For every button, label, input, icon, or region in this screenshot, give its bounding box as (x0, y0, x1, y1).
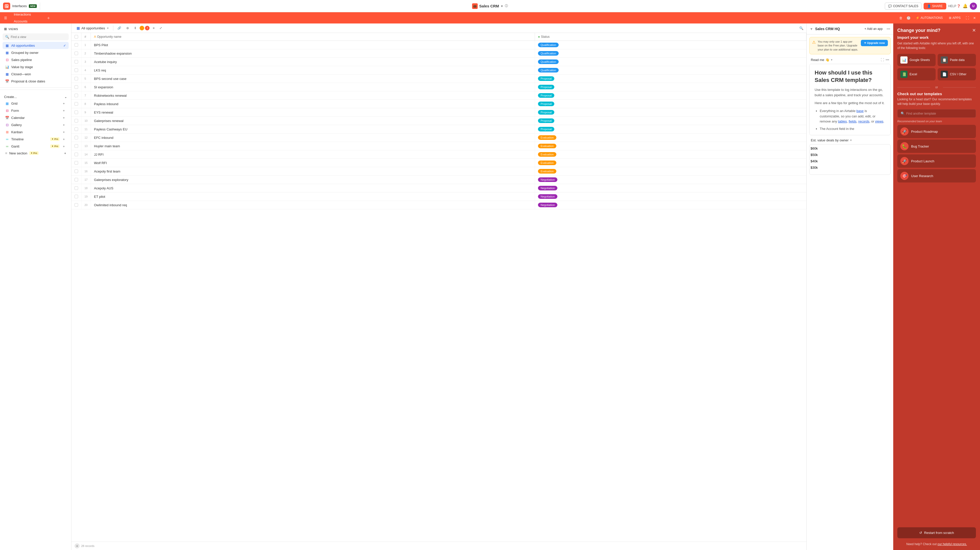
table-row[interactable]: 13 Huyler main team Evaluation (72, 142, 807, 150)
opportunity-name-cell[interactable]: SI expansion (91, 83, 535, 91)
sidebar-item-proposal-close-dates[interactable]: 📅Proposal & close dates (3, 78, 68, 85)
opportunity-name-cell[interactable]: BPS second use case (91, 75, 535, 83)
hamburger-menu[interactable]: ☰ (3, 15, 8, 21)
table-row[interactable]: 18 Acepoly AUS Negotiation (72, 184, 807, 192)
row-checkbox[interactable] (75, 60, 78, 64)
table-row[interactable]: 14 JJ RFI Evaluation (72, 150, 807, 159)
view-search-input[interactable] (11, 35, 66, 39)
template-item-user-research[interactable]: 🎯 User Research (897, 169, 976, 183)
row-checkbox[interactable] (75, 111, 78, 114)
opportunity-name-cell[interactable]: Acetube inquiry (91, 58, 535, 66)
calendar-add-button[interactable]: + (62, 115, 66, 120)
timeline-add-button[interactable]: + (62, 137, 66, 141)
opportunity-name-cell[interactable]: Acepoly AUS (91, 184, 535, 192)
view-search-box[interactable]: 🔍 (3, 33, 68, 40)
add-app-button[interactable]: + Add an app (862, 26, 885, 32)
sidebar-item-value-by-stage[interactable]: 📊Value by stage (3, 63, 68, 70)
warning-button[interactable]: ! (145, 26, 150, 30)
opportunity-name-cell[interactable]: Huyler main team (91, 142, 535, 150)
table-row[interactable]: 8 Payless inbound Proposal (72, 100, 807, 108)
row-checkbox[interactable] (75, 186, 78, 190)
row-checkbox[interactable] (75, 144, 78, 148)
opportunity-name-cell[interactable]: EFC inbound (91, 134, 535, 142)
create-item-grid[interactable]: ▦ Grid + (3, 100, 68, 107)
add-record-button[interactable]: + (75, 544, 80, 548)
color-button[interactable] (140, 26, 144, 30)
create-item-timeline[interactable]: ═ Timeline ✦ Pro+ (3, 135, 68, 143)
excel-option[interactable]: 📗 Excel (897, 68, 935, 80)
row-checkbox[interactable] (75, 94, 78, 97)
est-value-header[interactable]: Est. value deals by owner ▼ (809, 137, 891, 143)
table-row[interactable]: 9 EYS renewal Proposal (72, 108, 807, 117)
contact-sales-button[interactable]: 💬 CONTACT SALES (885, 3, 921, 10)
table-row[interactable]: 10 Galerprises renewal Proposal (72, 117, 807, 125)
table-row[interactable]: 5 BPS second use case Proposal (72, 75, 807, 83)
readme-menu-icon[interactable]: ••• (886, 58, 889, 62)
change-panel-close-button[interactable]: ✕ (972, 27, 976, 33)
opportunity-name-cell[interactable]: EYS renewal (91, 108, 535, 117)
kanban-add-button[interactable]: + (62, 130, 66, 134)
sidebar-item-all-opportunities[interactable]: ▦All opportunities✓ (3, 42, 68, 49)
opportunity-name-cell[interactable]: ET pilot (91, 192, 535, 201)
table-row[interactable]: 16 Acepoly first team Evaluation (72, 167, 807, 176)
all-opportunities-button[interactable]: ▦ All opportunities ▼ (75, 25, 111, 31)
grid-add-button[interactable]: + (62, 101, 66, 106)
csv-option[interactable]: 📄 CSV / Other (938, 68, 976, 80)
row-checkbox[interactable] (75, 43, 78, 47)
sidebar-item-grouped-by-owner[interactable]: ▦Grouped by owner (3, 49, 68, 56)
table-row[interactable]: 7 Robinetworks renewal Proposal (72, 91, 807, 100)
table-row[interactable]: 19 ET pilot Negotiation (72, 192, 807, 201)
row-checkbox[interactable] (75, 170, 78, 173)
new-section-item[interactable]: ≡ New section ✦ Pro + (3, 150, 68, 156)
row-checkbox[interactable] (75, 161, 78, 165)
expand-icon[interactable]: ⛶ (965, 15, 970, 21)
table-row[interactable]: 12 EFC inbound Evaluation (72, 134, 807, 142)
add-tab-button[interactable]: ＋ (45, 14, 52, 22)
opportunity-name-cell[interactable]: Galerprises exploratory (91, 176, 535, 184)
row-checkbox[interactable] (75, 127, 78, 131)
app-title-info[interactable]: ⓘ (505, 4, 508, 8)
base-link[interactable]: base (856, 109, 864, 113)
opportunity-name-cell[interactable]: LKS req (91, 66, 535, 75)
text-wrap-button[interactable]: ≡ (151, 25, 156, 31)
opportunity-name-cell[interactable]: Timbershadow expansion (91, 49, 535, 58)
trash-icon[interactable]: 🗑 (898, 15, 904, 21)
opportunity-name-cell[interactable]: Acepoly first team (91, 167, 535, 176)
records-link[interactable]: records (858, 119, 869, 123)
row-checkbox[interactable] (75, 195, 78, 198)
panel-toggle-icon[interactable]: ▼ (810, 27, 813, 31)
help-button[interactable]: HELP ❓ (948, 4, 961, 8)
opportunity-name-cell[interactable]: Galerprises renewal (91, 117, 535, 125)
create-item-kanban[interactable]: ⊞ Kanban + (3, 129, 68, 135)
create-item-gantt[interactable]: ═ Gantt ✦ Pro+ (3, 143, 68, 150)
helpful-resources-link[interactable]: our helpful resources. (937, 542, 967, 546)
automations-button[interactable]: ⚡ AUTOMATIONS (914, 15, 945, 21)
table-row[interactable]: 20 Owlimited inbound req Negotiation (72, 201, 807, 209)
table-row[interactable]: 15 Wolf RFI Evaluation (72, 159, 807, 167)
table-row[interactable]: 11 Payless Cashways EU Proposal (72, 125, 807, 134)
opportunity-name-cell[interactable]: Payless Cashways EU (91, 125, 535, 134)
table-row[interactable]: 6 SI expansion Proposal (72, 83, 807, 91)
create-item-form[interactable]: ⊟ Form + (3, 107, 68, 114)
panel-menu-icon[interactable]: ••• (886, 27, 890, 31)
form-add-button[interactable]: + (62, 108, 66, 113)
sidebar-item-sales-pipeline[interactable]: ⊡Sales pipeline (3, 56, 68, 63)
restart-from-scratch-button[interactable]: ↺ Restart from scratch (897, 527, 976, 538)
readme-expand-icon[interactable]: ⛶ (881, 58, 884, 62)
template-item-product-roadmap[interactable]: 🚀 Product Roadmap (897, 125, 976, 138)
upgrade-now-button[interactable]: ✦ Upgrade now (861, 40, 888, 46)
apps-button[interactable]: ⊞ APPS (947, 15, 963, 21)
filter-button[interactable]: ⊜ (124, 25, 131, 31)
fields-link[interactable]: fields (849, 119, 856, 123)
notification-icon[interactable]: 🔔 (963, 3, 968, 8)
new-section-add-btn[interactable]: + (64, 151, 66, 155)
row-checkbox[interactable] (75, 203, 78, 207)
row-checkbox[interactable] (75, 102, 78, 106)
create-item-gallery[interactable]: ⊡ Gallery + (3, 121, 68, 129)
create-header[interactable]: Create... ⌄ (3, 94, 68, 100)
gallery-add-button[interactable]: + (62, 122, 66, 127)
user-avatar[interactable]: U (970, 3, 977, 10)
link-button[interactable]: 🔗 (115, 25, 123, 31)
template-search-input[interactable] (906, 112, 973, 115)
table-search-button[interactable]: 🔍 (799, 26, 803, 30)
